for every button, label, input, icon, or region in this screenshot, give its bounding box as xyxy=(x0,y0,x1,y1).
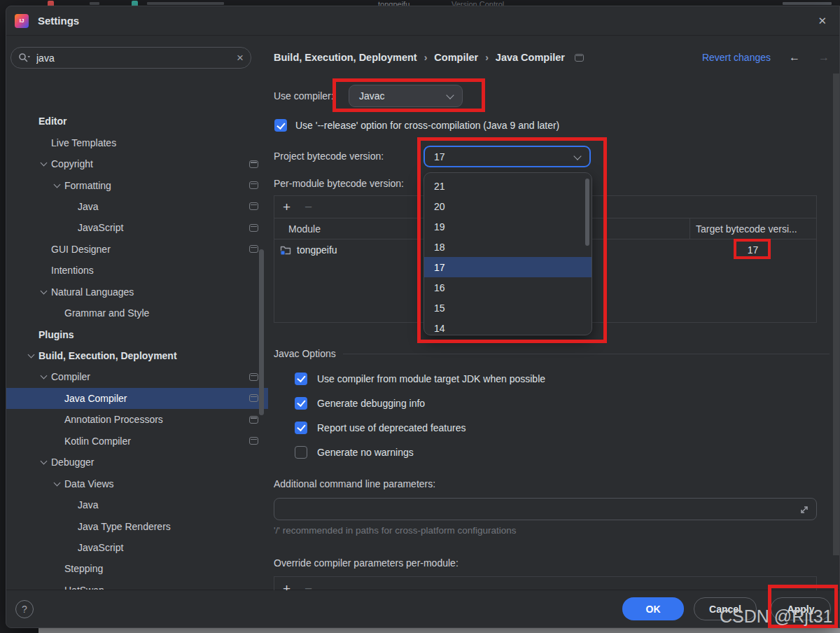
sidebar-item-kotlin-compiler[interactable]: Kotlin Compiler xyxy=(6,431,268,452)
sidebar-item-label: Kotlin Compiler xyxy=(64,436,131,447)
sidebar-item-label: JavaScript xyxy=(78,222,123,233)
javac-options-title: Javac Options xyxy=(274,348,336,359)
project-level-icon xyxy=(249,416,258,424)
use-compiler-label: Use compiler: xyxy=(274,88,334,104)
sidebar-item-java[interactable]: Java xyxy=(6,196,268,217)
close-icon[interactable]: ✕ xyxy=(818,15,827,27)
breadcrumb-item[interactable]: Build, Execution, Deployment xyxy=(274,52,417,63)
sidebar-item-javascript[interactable]: JavaScript xyxy=(6,217,268,238)
checkbox-generate-no-warnings[interactable] xyxy=(295,446,307,459)
use-compiler-dropdown[interactable]: Javac xyxy=(349,85,463,107)
javac-option-generate-no-warnings: Generate no warnings xyxy=(295,440,545,464)
bytecode-option-18[interactable]: 18 xyxy=(424,237,592,257)
sidebar-item-debugger[interactable]: Debugger xyxy=(6,452,268,473)
sidebar-item-java-type-renderers[interactable]: Java Type Renderers xyxy=(6,515,268,536)
chevron-down-icon[interactable] xyxy=(38,372,51,382)
checkbox-generate-debugging-info[interactable] xyxy=(295,397,307,410)
sidebar-item-label: Copyright xyxy=(51,158,93,169)
ok-button[interactable]: OK xyxy=(622,597,684,620)
bytecode-option-20[interactable]: 20 xyxy=(424,196,592,216)
add-icon[interactable]: + xyxy=(283,200,290,214)
sidebar-item-natural-languages[interactable]: Natural Languages xyxy=(6,281,268,302)
remove-icon[interactable]: − xyxy=(304,582,312,591)
chevron-down-icon[interactable] xyxy=(38,159,51,169)
module-icon xyxy=(280,245,291,255)
section-divider xyxy=(343,354,830,354)
remove-icon[interactable]: − xyxy=(304,200,312,214)
settings-tree: EditorLive TemplatesCopyrightFormattingJ… xyxy=(6,111,268,590)
help-button[interactable]: ? xyxy=(15,600,34,618)
chevron-down-icon[interactable] xyxy=(52,479,64,489)
sidebar-item-label: Java Compiler xyxy=(64,393,127,404)
checkbox-use-compiler-from-module-target-jdk-when-possible[interactable] xyxy=(295,373,307,385)
sidebar-item-data-views[interactable]: Data Views xyxy=(6,473,268,494)
sidebar-item-grammar-and-style[interactable]: Grammar and Style xyxy=(6,302,268,324)
sidebar-item-intentions[interactable]: Intentions xyxy=(6,260,268,281)
breadcrumb-item[interactable]: Compiler xyxy=(434,52,478,63)
search-icon[interactable] xyxy=(18,53,31,64)
sidebar-item-label: Java xyxy=(78,499,99,510)
dropdown-scrollbar-thumb[interactable] xyxy=(585,179,589,246)
module-target-version[interactable]: 17 xyxy=(690,239,816,260)
release-option-checkbox[interactable] xyxy=(274,119,287,132)
sidebar-item-editor[interactable]: Editor xyxy=(6,111,268,132)
bytecode-dropdown-list: 2120191817161514 xyxy=(424,172,592,335)
sidebar-item-label: Data Views xyxy=(64,478,114,489)
sidebar-item-copyright[interactable]: Copyright xyxy=(6,153,268,174)
sidebar-item-javascript[interactable]: JavaScript xyxy=(6,537,268,558)
sidebar-item-label: GUI Designer xyxy=(51,244,111,255)
sidebar-item-compiler[interactable]: Compiler xyxy=(6,366,268,387)
sidebar-item-formatting[interactable]: Formatting xyxy=(6,174,268,195)
project-level-icon xyxy=(249,202,258,210)
module-name: tongpeifu xyxy=(297,244,337,256)
additional-params-field[interactable] xyxy=(274,498,817,520)
content-scrollbar-track[interactable] xyxy=(833,74,839,555)
sidebar-item-annotation-processors[interactable]: Annotation Processors xyxy=(6,409,268,430)
breadcrumb-item[interactable]: Java Compiler xyxy=(496,52,565,63)
additional-params-input[interactable] xyxy=(274,499,788,520)
additional-params-label: Additional command line parameters: xyxy=(274,476,435,492)
chevron-down-icon[interactable] xyxy=(38,457,51,467)
expand-field-icon[interactable] xyxy=(799,504,810,515)
bytecode-option-21[interactable]: 21 xyxy=(424,176,592,196)
chevron-down-icon[interactable] xyxy=(26,351,38,361)
sidebar-item-build-execution-deployment[interactable]: Build, Execution, Deployment xyxy=(6,345,268,366)
settings-content: Build, Execution, Deployment › Compiler … xyxy=(268,36,839,590)
bytecode-option-16[interactable]: 16 xyxy=(424,277,592,298)
settings-search-field[interactable]: × xyxy=(10,47,251,69)
bytecode-option-15[interactable]: 15 xyxy=(424,298,592,318)
sidebar-scrollbar-thumb[interactable] xyxy=(259,249,264,415)
project-level-icon xyxy=(249,181,258,189)
sidebar-item-hotswap[interactable]: HotSwap xyxy=(6,580,268,590)
chevron-down-icon[interactable] xyxy=(52,181,64,190)
javac-option-label: Use compiler from module target JDK when… xyxy=(317,373,545,384)
checkbox-report-use-of-deprecated-features[interactable] xyxy=(295,422,307,434)
bytecode-option-17[interactable]: 17 xyxy=(424,257,592,277)
revert-changes-link[interactable]: Revert changes xyxy=(702,52,771,63)
column-header-target: Target bytecode versi... xyxy=(690,218,816,239)
chevron-down-icon[interactable] xyxy=(38,287,51,297)
sidebar-item-label: Annotation Processors xyxy=(64,414,163,425)
sidebar-item-live-templates[interactable]: Live Templates xyxy=(6,132,268,153)
sidebar-item-java[interactable]: Java xyxy=(6,494,268,515)
bytecode-option-19[interactable]: 19 xyxy=(424,216,592,237)
search-input[interactable] xyxy=(36,53,237,64)
release-option-label: Use '--release' option for cross-compila… xyxy=(295,120,559,131)
sidebar-item-label: HotSwap xyxy=(64,585,104,590)
clear-search-icon[interactable]: × xyxy=(237,52,244,64)
sidebar-item-plugins[interactable]: Plugins xyxy=(6,324,268,345)
project-level-icon xyxy=(249,224,258,232)
sidebar-item-stepping[interactable]: Stepping xyxy=(6,558,268,579)
back-arrow-icon[interactable]: ← xyxy=(789,51,800,64)
sidebar-item-label: Build, Execution, Deployment xyxy=(38,350,177,361)
forward-arrow-icon[interactable]: → xyxy=(818,51,830,64)
sidebar-item-gui-designer[interactable]: GUI Designer xyxy=(6,239,268,260)
sidebar-item-java-compiler[interactable]: Java Compiler xyxy=(6,388,268,409)
bytecode-option-14[interactable]: 14 xyxy=(424,318,592,335)
add-icon[interactable]: + xyxy=(283,582,290,591)
javac-option-label: Report use of deprecated features xyxy=(317,422,465,433)
per-module-label: Per-module bytecode version: xyxy=(274,176,404,191)
sidebar-item-label: Stepping xyxy=(64,563,103,574)
project-bytecode-dropdown[interactable]: 17 xyxy=(424,146,591,167)
chevron-down-icon xyxy=(574,153,581,160)
